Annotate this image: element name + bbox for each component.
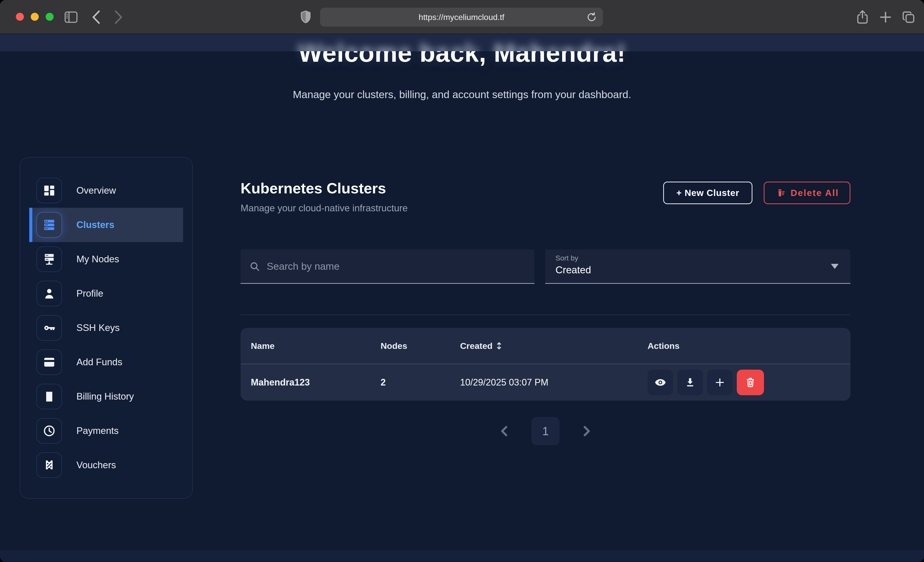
delete-cluster-button[interactable] — [737, 370, 764, 395]
row-actions — [648, 370, 840, 395]
section-divider — [240, 315, 850, 315]
zoom-window-button[interactable] — [46, 13, 54, 21]
sidebar-item-add-funds[interactable]: Add Funds — [29, 345, 183, 380]
delete-all-label: Delete All — [790, 188, 839, 198]
column-header-nodes: Nodes — [381, 341, 460, 351]
search-field[interactable] — [240, 250, 534, 284]
eye-icon — [654, 377, 666, 388]
sidebar-item-label: Profile — [76, 288, 104, 299]
page-number-button[interactable]: 1 — [531, 417, 560, 445]
tab-overview-icon[interactable] — [900, 0, 917, 34]
section-subtitle: Manage your cloud-native infrastructure — [240, 203, 408, 214]
wallet-icon — [36, 350, 62, 375]
minimize-window-button[interactable] — [31, 13, 39, 21]
cluster-name: Mahendra123 — [251, 377, 381, 388]
section-title: Kubernetes Clusters — [240, 179, 408, 197]
download-kubeconfig-button[interactable] — [677, 370, 703, 395]
sidebar-item-overview[interactable]: Overview — [29, 173, 183, 208]
new-tab-icon[interactable] — [878, 0, 894, 34]
receipt-icon — [36, 384, 62, 410]
sidebar-toggle-icon[interactable] — [63, 0, 79, 34]
sort-arrows-icon — [496, 342, 502, 350]
new-cluster-button[interactable]: + New Cluster — [663, 182, 752, 204]
sidebar-item-label: Add Funds — [76, 357, 122, 368]
url-text: https://myceliumcloud.tf — [418, 13, 504, 22]
clock-icon — [36, 418, 62, 444]
add-node-button[interactable] — [707, 370, 733, 395]
cluster-created: 10/29/2025 03:07 PM — [460, 377, 648, 388]
sidebar-item-label: Billing History — [76, 391, 134, 402]
sidebar-item-label: Overview — [76, 185, 116, 196]
delete-all-button[interactable]: Delete All — [764, 182, 850, 204]
close-window-button[interactable] — [16, 13, 24, 21]
privacy-shield-icon[interactable] — [297, 0, 314, 34]
cluster-nodes: 2 — [381, 377, 460, 388]
sort-value: Created — [555, 265, 840, 276]
sidebar-item-vouchers[interactable]: Vouchers — [29, 448, 183, 482]
sidebar-item-label: Clusters — [76, 220, 114, 230]
clusters-main: Kubernetes Clusters Manage your cloud-na… — [240, 157, 850, 445]
pagination: 1 — [240, 417, 850, 445]
sidebar-item-label: My Nodes — [76, 254, 119, 265]
page-subtitle: Manage your clusters, billing, and accou… — [0, 89, 924, 101]
share-icon[interactable] — [854, 0, 871, 34]
translucent-top-bar — [0, 34, 924, 51]
chevron-down-icon — [831, 264, 838, 269]
address-bar[interactable]: https://myceliumcloud.tf — [320, 8, 603, 27]
plus-icon — [714, 377, 726, 388]
sort-select[interactable]: Sort by Created — [545, 250, 850, 284]
server-stack-icon — [36, 212, 62, 238]
nodes-icon — [36, 247, 62, 272]
footer-band — [0, 550, 924, 562]
dashboard-icon — [36, 178, 62, 203]
key-icon — [36, 315, 62, 341]
clusters-table: Name Nodes Created Actions — [240, 328, 850, 401]
next-page-icon[interactable] — [582, 425, 592, 437]
sidebar-item-clusters[interactable]: Clusters — [29, 208, 183, 242]
forward-icon[interactable] — [111, 0, 126, 34]
browser-window: https://myceliumcloud.tf — [0, 0, 924, 562]
previous-page-icon[interactable] — [499, 425, 509, 437]
search-input[interactable] — [267, 261, 526, 272]
window-controls — [16, 13, 54, 21]
download-icon — [684, 377, 696, 388]
sidebar: Overview Clusters — [20, 157, 193, 499]
delete-sweep-icon — [775, 188, 786, 198]
back-icon[interactable] — [88, 0, 104, 34]
browser-toolbar: https://myceliumcloud.tf — [0, 0, 924, 34]
table-row: Mahendra123 2 10/29/2025 03:07 PM — [240, 364, 850, 401]
sidebar-item-profile[interactable]: Profile — [29, 277, 183, 311]
ticket-percent-icon — [36, 452, 62, 478]
sidebar-item-my-nodes[interactable]: My Nodes — [29, 242, 183, 277]
column-header-name: Name — [251, 341, 381, 351]
trash-icon — [744, 377, 756, 388]
reload-icon[interactable] — [586, 12, 597, 23]
sidebar-item-label: Vouchers — [76, 460, 116, 471]
user-icon — [36, 281, 62, 306]
dashboard-page: Welcome back, Mahendra! Manage your clus… — [0, 34, 924, 562]
table-header-row: Name Nodes Created Actions — [240, 328, 850, 364]
sort-label: Sort by — [555, 254, 840, 262]
column-header-created[interactable]: Created — [460, 341, 648, 351]
sidebar-item-ssh-keys[interactable]: SSH Keys — [29, 311, 183, 345]
sidebar-item-payments[interactable]: Payments — [29, 414, 183, 448]
sidebar-item-billing-history[interactable]: Billing History — [29, 380, 183, 414]
view-cluster-button[interactable] — [648, 370, 673, 395]
sidebar-item-label: Payments — [76, 426, 119, 436]
column-header-actions: Actions — [648, 341, 840, 351]
search-icon — [249, 261, 260, 272]
content-layout: Overview Clusters — [0, 157, 924, 499]
sidebar-item-label: SSH Keys — [76, 323, 120, 333]
